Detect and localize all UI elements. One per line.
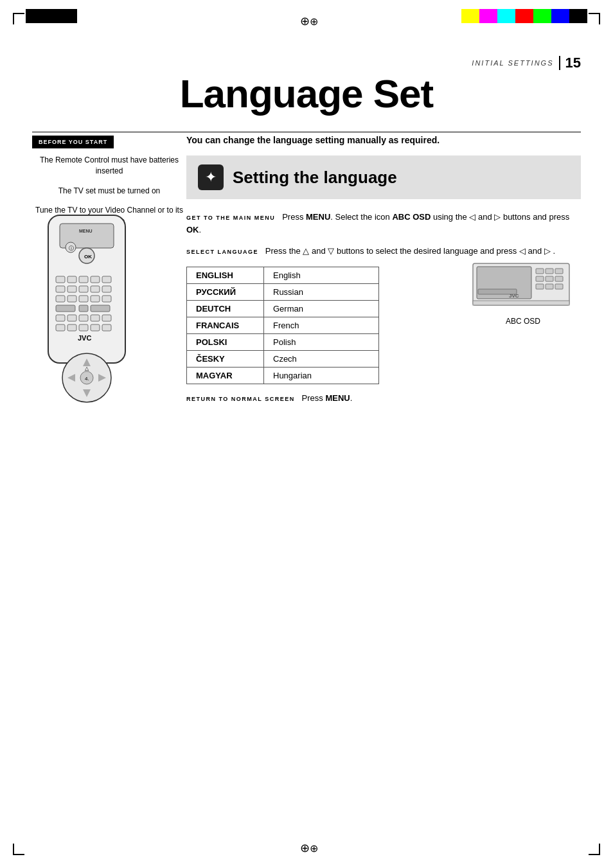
svg-text:4.: 4. <box>85 376 89 382</box>
svg-text:△: △ <box>85 366 89 371</box>
setting-title: Setting the language <box>233 168 397 188</box>
page-divider <box>559 56 560 70</box>
svg-text:JVC: JVC <box>509 293 519 299</box>
svg-rect-32 <box>79 324 88 331</box>
svg-rect-50 <box>546 276 553 281</box>
page-header: INITIAL SETTINGS 15 <box>472 55 581 71</box>
svg-rect-18 <box>67 296 76 302</box>
language-row: POLSKIPolish <box>187 333 379 350</box>
svg-rect-57 <box>473 301 569 305</box>
corner-mark-tr <box>589 13 600 24</box>
color-bar-left <box>26 9 77 23</box>
svg-text:ⓘ: ⓘ <box>69 245 74 251</box>
tv-device-svg: JVC <box>472 251 571 312</box>
svg-rect-33 <box>91 324 100 331</box>
language-name: Russian <box>264 283 379 300</box>
svg-rect-29 <box>102 315 111 321</box>
return-label: RETURN TO NORMAL SCREEN <box>186 396 295 402</box>
svg-rect-11 <box>102 276 111 283</box>
svg-rect-34 <box>102 324 111 331</box>
svg-rect-49 <box>536 276 544 281</box>
svg-rect-20 <box>91 296 100 302</box>
language-row: РУССКИЙRussian <box>187 283 379 300</box>
svg-rect-23 <box>79 305 88 312</box>
tv-device-container: JVC ABC OSD <box>472 251 574 326</box>
corner-mark-bl <box>13 844 24 855</box>
svg-rect-46 <box>536 269 544 274</box>
svg-rect-27 <box>79 315 88 321</box>
svg-rect-31 <box>67 324 76 331</box>
language-code: РУССКИЙ <box>187 283 264 300</box>
svg-rect-28 <box>91 315 100 321</box>
intro-text: You can change the language setting manu… <box>186 135 581 145</box>
svg-rect-10 <box>91 276 100 283</box>
language-name: Polish <box>264 333 379 350</box>
language-code: DEUTCH <box>187 300 264 317</box>
crosshair-top: ⊕ <box>300 14 313 27</box>
svg-text:OK: OK <box>84 254 92 260</box>
svg-rect-15 <box>91 286 100 292</box>
page-number: 15 <box>565 55 581 71</box>
star-icon: ✦ <box>198 164 224 190</box>
svg-rect-24 <box>91 305 110 312</box>
svg-rect-16 <box>102 286 111 292</box>
svg-text:JVC: JVC <box>78 334 91 342</box>
page-title: Language Set <box>0 71 613 116</box>
svg-rect-7 <box>56 276 65 283</box>
svg-rect-52 <box>536 284 544 289</box>
svg-rect-47 <box>546 269 553 274</box>
language-name: English <box>264 267 379 283</box>
svg-rect-12 <box>56 286 65 292</box>
svg-rect-13 <box>67 286 76 292</box>
return-text: Press MENU. <box>302 393 353 403</box>
svg-rect-17 <box>56 296 65 302</box>
svg-rect-53 <box>546 284 553 289</box>
prerequisite-1: The Remote Control must have batteries i… <box>32 155 186 177</box>
language-code: ČESKY <box>187 350 264 367</box>
svg-rect-19 <box>79 296 88 302</box>
setting-language-box: ✦ Setting the language <box>186 155 581 199</box>
svg-rect-54 <box>555 284 563 289</box>
device-label: ABC OSD <box>472 317 574 326</box>
svg-rect-51 <box>555 276 563 281</box>
section-label: INITIAL SETTINGS <box>472 59 553 67</box>
svg-rect-26 <box>67 315 76 321</box>
prerequisite-2: The TV set must be turned on <box>32 186 186 197</box>
language-name: Czech <box>264 350 379 367</box>
language-row: FRANCAISFrench <box>187 317 379 333</box>
svg-text:MENU: MENU <box>79 229 93 233</box>
svg-rect-22 <box>56 305 75 312</box>
instruction-1-label: GET TO THE MAIN MENU <box>186 215 275 221</box>
language-table: ENGLISHEnglishРУССКИЙRussianDEUTCHGerman… <box>186 267 379 384</box>
crosshair-bottom: ⊕ <box>300 841 313 854</box>
language-code: ENGLISH <box>187 267 264 283</box>
svg-rect-48 <box>555 269 563 274</box>
instruction-2-label: SELECT LANGUAGE <box>186 249 258 255</box>
language-row: DEUTCHGerman <box>187 300 379 317</box>
language-name: Hungarian <box>264 367 379 384</box>
instruction-1: GET TO THE MAIN MENU Press MENU. Select … <box>186 211 581 236</box>
svg-rect-21 <box>102 296 111 302</box>
svg-rect-8 <box>67 276 76 283</box>
header-rule <box>32 132 581 132</box>
corner-mark-br <box>589 844 600 855</box>
svg-rect-25 <box>56 315 65 321</box>
language-name: French <box>264 317 379 333</box>
svg-rect-14 <box>79 286 88 292</box>
language-name: German <box>264 300 379 317</box>
language-row: ENGLISHEnglish <box>187 267 379 283</box>
remote-control-image: MENU OK ⓘ <box>29 212 157 418</box>
color-bar-right <box>461 9 587 23</box>
language-code: FRANCAIS <box>187 317 264 333</box>
svg-rect-30 <box>56 324 65 331</box>
return-instruction: RETURN TO NORMAL SCREEN Press MENU. <box>186 393 581 403</box>
language-code: MAGYAR <box>187 367 264 384</box>
corner-mark-tl <box>13 13 24 24</box>
language-code: POLSKI <box>187 333 264 350</box>
language-row: ČESKYCzech <box>187 350 379 367</box>
svg-rect-9 <box>79 276 88 283</box>
before-you-start-label: BEFORE YOU START <box>32 136 114 148</box>
language-row: MAGYARHungarian <box>187 367 379 384</box>
